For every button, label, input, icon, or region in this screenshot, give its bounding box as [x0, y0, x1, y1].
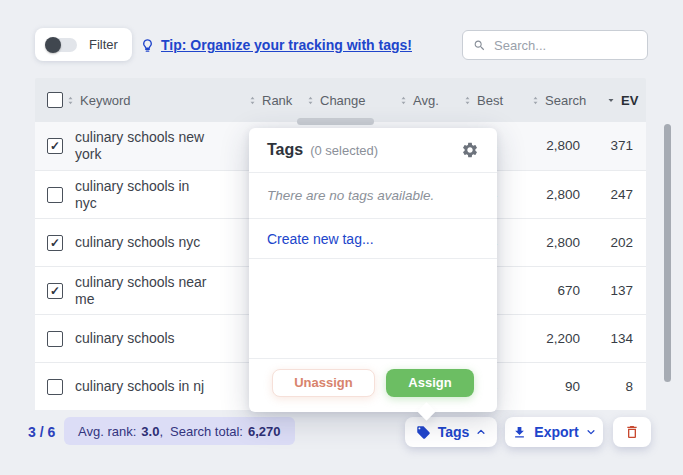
search-cell: 2,800	[546, 122, 580, 170]
tags-popup-footer: Unassign Assign	[249, 359, 497, 412]
keyword-cell: culinary schools nyc	[75, 219, 253, 266]
tip-link-text: Tip: Organize your tracking with tags!	[161, 37, 412, 53]
summary-pill: Avg. rank: 3.0 , Search total: 6,270	[64, 417, 295, 445]
tags-button[interactable]: Tags	[405, 417, 497, 447]
tags-popup-title: Tags	[267, 141, 303, 159]
sort-icon	[530, 95, 541, 106]
avg-rank-label: Avg. rank:	[78, 424, 136, 439]
row-checkbox[interactable]	[47, 138, 63, 154]
ev-cell: 8	[625, 363, 633, 411]
column-header-ev[interactable]: EV	[605, 78, 638, 122]
keyword-cell: culinary schools new york	[75, 122, 253, 170]
lightbulb-icon	[140, 38, 155, 53]
search-icon	[473, 38, 486, 53]
column-header-best[interactable]: Best	[462, 78, 503, 122]
toggle-knob	[45, 37, 61, 53]
ev-cell: 134	[610, 315, 633, 363]
ev-cell: 202	[610, 219, 633, 267]
column-header-search[interactable]: Search	[530, 78, 586, 122]
row-checkbox[interactable]	[47, 187, 63, 203]
sort-desc-icon	[605, 94, 617, 106]
vertical-scrollbar[interactable]	[664, 124, 671, 382]
keyword-cell: culinary schools in nj	[75, 363, 253, 410]
sort-icon	[305, 95, 316, 106]
avg-rank-value: 3.0	[141, 424, 159, 439]
gear-icon[interactable]	[461, 141, 479, 159]
search-box	[462, 30, 648, 60]
assign-button[interactable]: Assign	[386, 369, 474, 397]
horizontal-scrollbar[interactable]	[297, 118, 374, 125]
ev-cell: 247	[610, 171, 633, 219]
selection-count: 3 / 6	[28, 424, 55, 440]
tag-icon	[416, 425, 431, 440]
column-header-keyword[interactable]: Keyword	[65, 78, 131, 122]
trash-icon	[624, 424, 640, 440]
select-all-checkbox[interactable]	[47, 92, 63, 108]
sort-icon	[65, 95, 76, 106]
chevron-up-icon	[476, 427, 486, 437]
delete-button[interactable]	[613, 417, 651, 447]
unassign-button[interactable]: Unassign	[272, 369, 375, 397]
tags-popup-header: Tags (0 selected)	[249, 128, 497, 172]
download-icon	[512, 425, 527, 440]
column-header-avg[interactable]: Avg.	[398, 78, 439, 122]
tip-link[interactable]: Tip: Organize your tracking with tags!	[140, 37, 412, 53]
search-cell: 2,800	[546, 219, 580, 267]
search-input[interactable]	[494, 38, 637, 53]
keyword-cell: culinary schools	[75, 315, 253, 362]
search-cell: 670	[557, 267, 580, 315]
filter-card: Filter	[35, 28, 132, 61]
tags-list-empty-area	[249, 259, 497, 358]
search-cell: 90	[565, 363, 580, 411]
ev-cell: 371	[610, 122, 633, 170]
search-cell: 2,200	[546, 315, 580, 363]
column-header-rank[interactable]: Rank	[247, 78, 292, 122]
chevron-down-icon	[586, 427, 596, 437]
create-new-tag-link[interactable]: Create new tag...	[249, 219, 497, 258]
ev-cell: 137	[610, 267, 633, 315]
tags-popup: Tags (0 selected) There are no tags avai…	[249, 128, 497, 412]
row-checkbox[interactable]	[47, 283, 63, 299]
filter-toggle[interactable]	[47, 38, 77, 52]
column-header-change[interactable]: Change	[305, 78, 366, 122]
no-tags-message: There are no tags available.	[249, 173, 497, 218]
export-button[interactable]: Export	[505, 417, 603, 447]
summary-separator: ,	[159, 424, 163, 439]
search-total-value: 6,270	[248, 424, 281, 439]
sort-icon	[462, 95, 473, 106]
keyword-cell: culinary schools in nyc	[75, 171, 253, 218]
row-checkbox[interactable]	[47, 235, 63, 251]
search-cell: 2,800	[546, 171, 580, 219]
row-checkbox[interactable]	[47, 331, 63, 347]
row-checkbox[interactable]	[47, 379, 63, 395]
search-total-label: Search total:	[170, 424, 243, 439]
filter-label: Filter	[89, 37, 118, 52]
keyword-cell: culinary schools near me	[75, 267, 253, 314]
tags-selected-count: (0 selected)	[310, 143, 378, 158]
table-header: Keyword Rank Change Avg. Best Search EV	[35, 78, 646, 122]
sort-icon	[398, 95, 409, 106]
sort-icon	[247, 95, 258, 106]
